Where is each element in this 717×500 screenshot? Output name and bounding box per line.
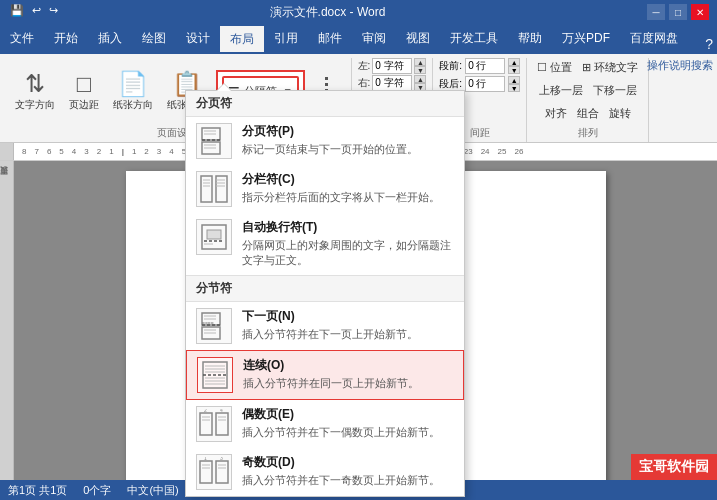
text-wrap-title: 自动换行符(T) bbox=[242, 219, 454, 236]
position-controls: ☐位置 ⊞环绕文字 bbox=[533, 58, 642, 77]
send-backward-button[interactable]: 下移一层 bbox=[589, 81, 641, 100]
align-controls: 对齐 组合 旋转 bbox=[541, 104, 635, 123]
ribbon-group-position: ☐位置 ⊞环绕文字 上移一层 下移一层 对齐 bbox=[527, 58, 649, 142]
svg-text:4: 4 bbox=[220, 409, 223, 413]
margins-icon: □ bbox=[77, 70, 92, 98]
operation-help-button[interactable]: 操作说明搜索 bbox=[647, 58, 713, 73]
tab-developer[interactable]: 开发工具 bbox=[440, 24, 508, 52]
page-break-title: 分页符(P) bbox=[242, 123, 454, 140]
maximize-button[interactable]: □ bbox=[669, 4, 687, 20]
indent-right-label: 右: bbox=[358, 76, 371, 90]
page-sidebar: 页面设置 bbox=[0, 161, 14, 500]
spacing-before-down[interactable]: ▼ bbox=[508, 66, 520, 74]
ribbon-tabs: 文件 开始 插入 绘图 设计 布局 引用 邮件 审阅 视图 开发工具 帮助 万兴… bbox=[0, 24, 717, 52]
dropdown-item-continuous[interactable]: 连续(O) 插入分节符并在同一页上开始新节。 bbox=[186, 350, 464, 400]
help-button[interactable]: ? bbox=[701, 36, 717, 52]
wrap-text-button[interactable]: ⊞环绕文字 bbox=[578, 58, 642, 77]
align-button[interactable]: 对齐 bbox=[541, 104, 571, 123]
group-button[interactable]: 组合 bbox=[573, 104, 603, 123]
save-button[interactable]: 💾 bbox=[8, 4, 26, 17]
tab-design[interactable]: 设计 bbox=[176, 24, 220, 52]
dropdown-item-odd-page[interactable]: 1 3 奇数页(D) 插入分节符并在下一奇数页上开始新节。 bbox=[186, 448, 464, 496]
tab-references[interactable]: 引用 bbox=[264, 24, 308, 52]
margins-button[interactable]: □ 页边距 bbox=[64, 67, 104, 115]
tab-help[interactable]: 帮助 bbox=[508, 24, 552, 52]
indent-left-down[interactable]: ▼ bbox=[414, 66, 426, 74]
svg-rect-35 bbox=[200, 413, 212, 435]
tab-file[interactable]: 文件 bbox=[0, 24, 44, 52]
undo-button[interactable]: ↩ bbox=[30, 4, 43, 17]
svg-rect-44 bbox=[216, 461, 228, 483]
dropdown-item-column-break[interactable]: 分栏符(C) 指示分栏符后面的文字将从下一栏开始。 bbox=[186, 165, 464, 213]
spacing-before-label: 段前: bbox=[439, 59, 462, 73]
even-page-desc: 插入分节符并在下一偶数页上开始新节。 bbox=[242, 425, 454, 440]
text-direction-icon: ⇅ bbox=[25, 70, 45, 98]
redo-button[interactable]: ↪ bbox=[47, 4, 60, 17]
tab-draw[interactable]: 绘图 bbox=[132, 24, 176, 52]
next-page-desc: 插入分节符并在下一页上开始新节。 bbox=[242, 327, 454, 342]
odd-page-title: 奇数页(D) bbox=[242, 454, 454, 471]
rotate-button[interactable]: 旋转 bbox=[605, 104, 635, 123]
quick-access-toolbar: 💾 ↩ ↪ bbox=[8, 4, 60, 17]
orientation-icon: 📄 bbox=[118, 70, 148, 98]
spacing-before-up[interactable]: ▲ bbox=[508, 58, 520, 66]
svg-rect-36 bbox=[216, 413, 228, 435]
tab-wanxing[interactable]: 万兴PDF bbox=[552, 24, 620, 52]
ruler-side-left bbox=[0, 143, 14, 160]
text-direction-button[interactable]: ⇅ 文字方向 bbox=[10, 67, 60, 115]
indent-left-spinner[interactable]: ▲ ▼ bbox=[414, 58, 426, 74]
spacing-label: 间距 bbox=[470, 124, 490, 142]
tab-layout[interactable]: 布局 bbox=[220, 24, 264, 52]
odd-page-icon: 1 3 bbox=[196, 454, 232, 490]
tab-review[interactable]: 审阅 bbox=[352, 24, 396, 52]
continuous-title: 连续(O) bbox=[243, 357, 453, 374]
spacing-after-up[interactable]: ▲ bbox=[508, 76, 520, 84]
indent-left-input[interactable] bbox=[372, 58, 412, 74]
svg-text:====: ==== bbox=[202, 320, 214, 326]
tab-baidu[interactable]: 百度网盘 bbox=[620, 24, 688, 52]
text-wrap-text: 自动换行符(T) 分隔网页上的对象周围的文字，如分隔题注文字与正文。 bbox=[242, 219, 454, 269]
column-break-text: 分栏符(C) 指示分栏符后面的文字将从下一栏开始。 bbox=[242, 171, 454, 205]
svg-rect-43 bbox=[200, 461, 212, 483]
even-page-text: 偶数页(E) 插入分节符并在下一偶数页上开始新节。 bbox=[242, 406, 454, 440]
minimize-button[interactable]: ─ bbox=[647, 4, 665, 20]
orientation-button[interactable]: 📄 纸张方向 bbox=[108, 67, 158, 115]
indent-left-up[interactable]: ▲ bbox=[414, 58, 426, 66]
dropdown-item-text-wrap[interactable]: 自动换行符(T) 分隔网页上的对象周围的文字，如分隔题注文字与正文。 bbox=[186, 213, 464, 275]
section-header-page-break: 分页符 bbox=[186, 91, 464, 117]
svg-text:1: 1 bbox=[204, 457, 207, 461]
text-wrap-desc: 分隔网页上的对象周围的文字，如分隔题注文字与正文。 bbox=[242, 238, 454, 269]
arrange-label: 排列 bbox=[578, 124, 598, 142]
indent-left-label: 左: bbox=[358, 59, 371, 73]
spacing-after-spinner[interactable]: ▲ ▼ bbox=[508, 76, 520, 92]
indent-right-spinner[interactable]: ▲ ▼ bbox=[414, 75, 426, 91]
next-page-title: 下一页(N) bbox=[242, 308, 454, 325]
spacing-after-down[interactable]: ▼ bbox=[508, 84, 520, 92]
tab-view[interactable]: 视图 bbox=[396, 24, 440, 52]
spacing-before-input[interactable] bbox=[465, 58, 505, 74]
svg-text:2: 2 bbox=[204, 409, 207, 413]
dropdown-item-next-page[interactable]: ==== 下一页(N) 插入分节符并在下一页上开始新节。 bbox=[186, 302, 464, 350]
tab-mail[interactable]: 邮件 bbox=[308, 24, 352, 52]
language: 中文(中国) bbox=[127, 483, 178, 498]
arrange-controls: 上移一层 下移一层 bbox=[535, 81, 641, 100]
indent-left-row: 左: ▲ ▼ bbox=[358, 58, 427, 74]
dropdown-item-page-break[interactable]: 分页符(P) 标记一页结束与下一页开始的位置。 bbox=[186, 117, 464, 165]
spacing-after-input[interactable] bbox=[465, 76, 505, 92]
window-title: 演示文件.docx - Word bbox=[8, 4, 647, 21]
tab-start[interactable]: 开始 bbox=[44, 24, 88, 52]
close-button[interactable]: ✕ bbox=[691, 4, 709, 20]
position-button[interactable]: ☐位置 bbox=[533, 58, 576, 77]
window-controls: ─ □ ✕ bbox=[647, 4, 709, 20]
svg-text:3: 3 bbox=[220, 457, 223, 461]
page-info: 第1页 共1页 bbox=[8, 483, 67, 498]
indent-right-input[interactable] bbox=[372, 75, 412, 91]
tab-insert[interactable]: 插入 bbox=[88, 24, 132, 52]
indent-right-up[interactable]: ▲ bbox=[414, 75, 426, 83]
dropdown-item-even-page[interactable]: 2 4 偶数页(E) 插入分节符并在下一偶数页上开始新节。 bbox=[186, 400, 464, 448]
bring-forward-button[interactable]: 上移一层 bbox=[535, 81, 587, 100]
text-wrap-icon bbox=[196, 219, 232, 255]
separator-dropdown: 分页符 分页符(P) 标记一页结束与下一页开始的位置。 bbox=[185, 90, 465, 497]
spacing-before-spinner[interactable]: ▲ ▼ bbox=[508, 58, 520, 74]
spacing-controls: 段前: ▲ ▼ 段后: ▲ ▼ bbox=[439, 58, 520, 92]
